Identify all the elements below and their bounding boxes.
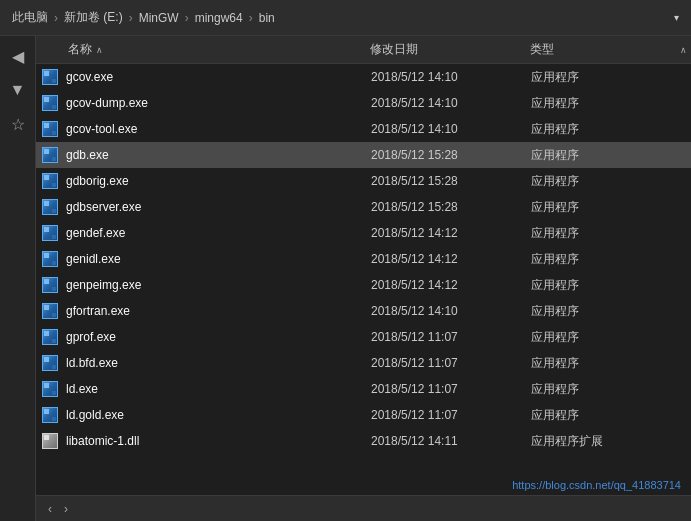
breadcrumb-item-2[interactable]: MinGW <box>139 11 179 25</box>
col-date-header[interactable]: 修改日期 <box>370 41 530 58</box>
watermark: https://blog.csdn.net/qq_41883714 <box>512 479 681 491</box>
exe-file-icon <box>40 353 60 373</box>
exe-file-icon <box>40 119 60 139</box>
exe-file-icon <box>40 301 60 321</box>
exe-file-icon <box>40 379 60 399</box>
breadcrumb-item-3[interactable]: mingw64 <box>195 11 243 25</box>
exe-file-icon <box>40 249 60 269</box>
file-date: 2018/5/12 14:10 <box>371 70 531 84</box>
file-type: 应用程序扩展 <box>531 433 687 450</box>
file-type: 应用程序 <box>531 121 687 138</box>
file-date: 2018/5/12 11:07 <box>371 382 531 396</box>
file-date: 2018/5/12 14:12 <box>371 252 531 266</box>
col-name-header[interactable]: 名称 ∧ <box>40 41 370 58</box>
col-type-header[interactable]: 类型 ∧ <box>530 41 687 58</box>
breadcrumb-sep-2: › <box>185 11 189 25</box>
file-name: genidl.exe <box>66 252 371 266</box>
file-name: gcov-tool.exe <box>66 122 371 136</box>
sidebar-nav-icon[interactable]: ◀ <box>2 40 34 72</box>
table-row[interactable]: genidl.exe2018/5/12 14:12应用程序 <box>36 246 691 272</box>
file-name: genpeimg.exe <box>66 278 371 292</box>
file-type: 应用程序 <box>531 69 687 86</box>
col-name-sort-icon: ∧ <box>96 45 103 55</box>
table-row[interactable]: ld.gold.exe2018/5/12 11:07应用程序 <box>36 402 691 428</box>
sidebar-star-icon[interactable]: ☆ <box>2 108 34 140</box>
file-browser-content: 名称 ∧ 修改日期 类型 ∧ gcov.exe2018/5/12 14:10应用… <box>36 36 691 521</box>
file-type: 应用程序 <box>531 303 687 320</box>
sidebar: ◀ ▼ ☆ <box>0 36 36 521</box>
exe-file-icon <box>40 145 60 165</box>
file-type: 应用程序 <box>531 355 687 372</box>
nav-right-icon[interactable]: › <box>60 500 72 518</box>
file-date: 2018/5/12 14:10 <box>371 304 531 318</box>
file-name: gfortran.exe <box>66 304 371 318</box>
breadcrumb-item-4[interactable]: bin <box>259 11 275 25</box>
table-row[interactable]: gcov-tool.exe2018/5/12 14:10应用程序 <box>36 116 691 142</box>
col-type-sort-icon: ∧ <box>680 45 687 55</box>
breadcrumb-item-1[interactable]: 新加卷 (E:) <box>64 9 123 26</box>
file-name: gendef.exe <box>66 226 371 240</box>
file-list: gcov.exe2018/5/12 14:10应用程序gcov-dump.exe… <box>36 64 691 495</box>
file-date: 2018/5/12 11:07 <box>371 356 531 370</box>
file-name: gdb.exe <box>66 148 371 162</box>
table-row[interactable]: libatomic-1.dll2018/5/12 14:11应用程序扩展 <box>36 428 691 454</box>
file-type: 应用程序 <box>531 251 687 268</box>
table-row[interactable]: gdb.exe2018/5/12 15:28应用程序 <box>36 142 691 168</box>
file-type: 应用程序 <box>531 277 687 294</box>
breadcrumb-sep-1: › <box>129 11 133 25</box>
file-type: 应用程序 <box>531 225 687 242</box>
file-type: 应用程序 <box>531 407 687 424</box>
breadcrumb-sep-3: › <box>249 11 253 25</box>
table-row[interactable]: ld.exe2018/5/12 11:07应用程序 <box>36 376 691 402</box>
table-row[interactable]: gfortran.exe2018/5/12 14:10应用程序 <box>36 298 691 324</box>
file-date: 2018/5/12 15:28 <box>371 174 531 188</box>
exe-file-icon <box>40 327 60 347</box>
sidebar-expand-icon[interactable]: ▼ <box>2 74 34 106</box>
col-type-label: 类型 <box>530 41 554 58</box>
exe-file-icon <box>40 93 60 113</box>
table-row[interactable]: genpeimg.exe2018/5/12 14:12应用程序 <box>36 272 691 298</box>
file-type: 应用程序 <box>531 95 687 112</box>
file-name: ld.gold.exe <box>66 408 371 422</box>
table-row[interactable]: ld.bfd.exe2018/5/12 11:07应用程序 <box>36 350 691 376</box>
dll-file-icon <box>40 431 60 451</box>
breadcrumb-sep-0: › <box>54 11 58 25</box>
main-layout: ◀ ▼ ☆ 名称 ∧ 修改日期 类型 ∧ gcov.exe2018/5/12 1… <box>0 36 691 521</box>
dropdown-arrow-icon[interactable]: ▾ <box>674 12 679 23</box>
file-date: 2018/5/12 14:10 <box>371 122 531 136</box>
file-name: ld.exe <box>66 382 371 396</box>
exe-file-icon <box>40 223 60 243</box>
file-date: 2018/5/12 14:12 <box>371 226 531 240</box>
file-date: 2018/5/12 11:07 <box>371 330 531 344</box>
col-name-label: 名称 <box>68 41 92 58</box>
table-row[interactable]: gcov-dump.exe2018/5/12 14:10应用程序 <box>36 90 691 116</box>
nav-left-icon[interactable]: ‹ <box>44 500 56 518</box>
table-row[interactable]: gdborig.exe2018/5/12 15:28应用程序 <box>36 168 691 194</box>
file-name: gcov.exe <box>66 70 371 84</box>
breadcrumb: 此电脑 › 新加卷 (E:) › MinGW › mingw64 › bin <box>12 9 275 26</box>
table-row[interactable]: gprof.exe2018/5/12 11:07应用程序 <box>36 324 691 350</box>
file-date: 2018/5/12 14:12 <box>371 278 531 292</box>
file-name: gdborig.exe <box>66 174 371 188</box>
file-type: 应用程序 <box>531 147 687 164</box>
file-type: 应用程序 <box>531 329 687 346</box>
exe-file-icon <box>40 275 60 295</box>
file-type: 应用程序 <box>531 173 687 190</box>
table-row[interactable]: gcov.exe2018/5/12 14:10应用程序 <box>36 64 691 90</box>
exe-file-icon <box>40 67 60 87</box>
title-bar: 此电脑 › 新加卷 (E:) › MinGW › mingw64 › bin ▾ <box>0 0 691 36</box>
file-name: gdbserver.exe <box>66 200 371 214</box>
exe-file-icon <box>40 171 60 191</box>
file-type: 应用程序 <box>531 381 687 398</box>
file-date: 2018/5/12 11:07 <box>371 408 531 422</box>
exe-file-icon <box>40 197 60 217</box>
table-row[interactable]: gendef.exe2018/5/12 14:12应用程序 <box>36 220 691 246</box>
file-name: gcov-dump.exe <box>66 96 371 110</box>
file-date: 2018/5/12 15:28 <box>371 148 531 162</box>
table-row[interactable]: gdbserver.exe2018/5/12 15:28应用程序 <box>36 194 691 220</box>
status-bar: ‹ › <box>36 495 691 521</box>
file-date: 2018/5/12 14:10 <box>371 96 531 110</box>
file-name: gprof.exe <box>66 330 371 344</box>
breadcrumb-item-0[interactable]: 此电脑 <box>12 9 48 26</box>
file-name: ld.bfd.exe <box>66 356 371 370</box>
